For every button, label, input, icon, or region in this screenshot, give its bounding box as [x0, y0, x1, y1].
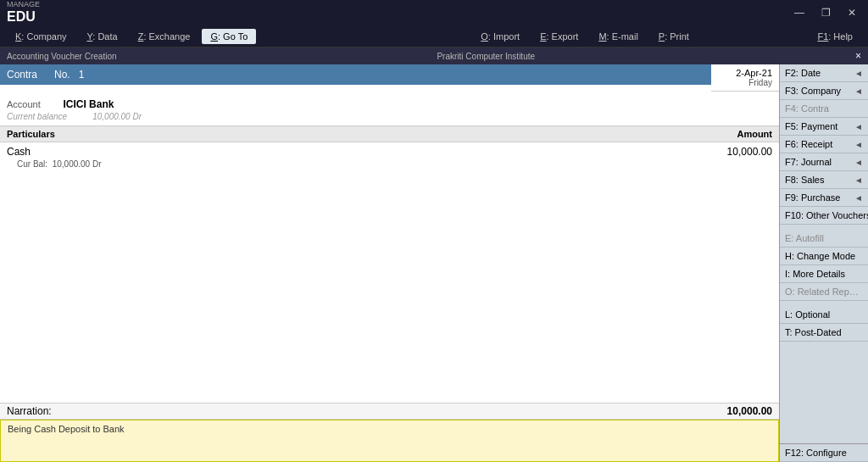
particulars-body: 10,000.00 Cash Cur Bal: 10,000.00 Dr	[0, 142, 779, 276]
menu-help[interactable]: F1: Help	[809, 29, 861, 44]
more-details-label: I: More Details	[785, 269, 845, 279]
balance-value: 10,000.00 Dr	[92, 112, 142, 121]
narration-text: Being Cash Deposit to Bank	[8, 424, 125, 434]
f10-other-label: F10: Other Vouchers	[785, 210, 868, 220]
close-button[interactable]: ✕	[843, 5, 861, 20]
more-details-button[interactable]: I: More Details	[780, 265, 868, 283]
optional-button[interactable]: L: Optional	[780, 306, 868, 324]
f8-sales-label: F8: Sales	[785, 175, 824, 185]
narration-section: Narration: 10,000.00 Being Cash Deposit …	[0, 403, 779, 462]
voucher-no-value[interactable]: 1	[79, 69, 85, 81]
menu-print[interactable]: P: Print	[650, 29, 698, 44]
narration-label: Narration:	[7, 405, 52, 417]
particular-cur-bal: Cur Bal: 10,000.00 Dr	[7, 159, 102, 169]
f7-journal-label: F7: Journal	[785, 157, 832, 167]
change-mode-button[interactable]: H: Change Mode	[780, 248, 868, 265]
menu-exchange[interactable]: Z: Exchange	[130, 29, 199, 44]
account-name[interactable]: ICICI Bank	[63, 98, 114, 110]
app-name: EDU	[7, 9, 40, 25]
company-name: Prakriti Computer Institute	[437, 52, 535, 61]
f5-payment-label: F5: Payment	[785, 121, 837, 131]
f7-journal-button[interactable]: F7: Journal ◄	[780, 153, 868, 171]
f3-company-label: F3: Company	[785, 86, 841, 96]
voucher-header-row: Contra No. 1 2-Apr-21 Friday	[0, 64, 779, 92]
optional-label: L: Optional	[785, 309, 830, 320]
change-mode-label: H: Change Mode	[785, 251, 855, 261]
balance-row: Current balance 10,000.00 Dr	[7, 110, 772, 122]
autofill-button: E: Autofill	[780, 230, 868, 248]
particular-name[interactable]: Cash	[7, 146, 31, 158]
menu-export[interactable]: E: Export	[531, 29, 587, 44]
voucher-no-label: No. 1	[54, 69, 84, 81]
menu-goto[interactable]: G: Go To	[202, 29, 256, 44]
f9-purchase-button[interactable]: F9: Purchase ◄	[780, 189, 868, 207]
voucher-type-row: Contra No. 1	[0, 64, 711, 85]
related-reports-button: O: Related Reports	[780, 283, 868, 301]
f4-contra-label: F4: Contra	[785, 103, 829, 114]
f3-company-arrow: ◄	[854, 86, 863, 96]
breadcrumb: Accounting Voucher Creation	[7, 52, 117, 61]
f10-other-button[interactable]: F10: Other Vouchers	[780, 207, 868, 225]
f8-sales-arrow: ◄	[854, 175, 863, 185]
f6-receipt-arrow: ◄	[854, 140, 863, 149]
restore-button[interactable]: ❐	[816, 5, 836, 20]
close-voucher-button[interactable]: ×	[855, 50, 861, 62]
particulars-header: Particulars Amount	[0, 126, 779, 142]
menu-email[interactable]: M: E-mail	[590, 29, 646, 44]
panel-spacer	[780, 342, 868, 443]
f5-payment-arrow: ◄	[854, 122, 863, 131]
f6-receipt-label: F6: Receipt	[785, 139, 832, 149]
post-dated-label: T: Post-Dated	[785, 327, 842, 337]
minimize-button[interactable]: —	[789, 5, 810, 20]
app-branding: MANAGE EDU	[7, 1, 40, 24]
menu-import[interactable]: O: Import	[472, 29, 528, 44]
narration-label-row: Narration: 10,000.00	[0, 404, 779, 420]
post-dated-button[interactable]: T: Post-Dated	[780, 324, 868, 342]
f2-date-label: F2: Date	[785, 68, 821, 78]
body-spacer	[0, 276, 779, 404]
particular-amount: 10,000.00	[727, 146, 772, 158]
related-reports-label: O: Related Reports	[785, 287, 865, 297]
title-bar: MANAGE EDU — ❐ ✕	[0, 0, 868, 25]
voucher-date-area: 2-Apr-21 Friday	[711, 64, 779, 92]
f9-purchase-label: F9: Purchase	[785, 192, 840, 203]
f9-purchase-arrow: ◄	[854, 193, 863, 203]
right-panel: F2: Date ◄ F3: Company ◄ F4: Contra F5: …	[779, 64, 868, 462]
narration-input[interactable]: Being Cash Deposit to Bank	[0, 420, 779, 462]
main-wrapper: Contra No. 1 2-Apr-21 Friday Account ICI…	[0, 64, 868, 462]
f3-company-button[interactable]: F3: Company ◄	[780, 82, 868, 100]
account-row: Account ICICI Bank	[7, 98, 772, 110]
menu-data[interactable]: Y: Data	[79, 29, 126, 44]
autofill-label: E: Autofill	[785, 233, 824, 243]
sub-header: Accounting Voucher Creation Prakriti Com…	[0, 47, 868, 64]
content-area: Contra No. 1 2-Apr-21 Friday Account ICI…	[0, 64, 779, 462]
menu-company[interactable]: K: Company	[7, 29, 75, 44]
account-info: Account ICICI Bank Current balance 10,00…	[0, 92, 779, 126]
f7-journal-arrow: ◄	[854, 158, 863, 167]
f2-date-button[interactable]: F2: Date ◄	[780, 64, 868, 82]
f4-contra-button: F4: Contra	[780, 100, 868, 118]
f12-configure-button[interactable]: F12: Configure	[780, 443, 868, 462]
narration-total: 10,000.00	[727, 405, 772, 417]
f2-date-arrow: ◄	[854, 69, 863, 78]
f6-receipt-button[interactable]: F6: Receipt ◄	[780, 136, 868, 153]
voucher-date[interactable]: 2-Apr-21	[736, 68, 772, 78]
window-controls: — ❐ ✕	[789, 5, 861, 20]
amount-label: Amount	[737, 129, 772, 139]
account-label: Account	[7, 99, 41, 109]
voucher-day: Friday	[748, 78, 772, 87]
f5-payment-button[interactable]: F5: Payment ◄	[780, 118, 868, 136]
menu-bar: K: Company Y: Data Z: Exchange G: Go To …	[0, 25, 868, 47]
particulars-label: Particulars	[7, 129, 55, 139]
manage-label: MANAGE	[7, 1, 40, 9]
f8-sales-button[interactable]: F8: Sales ◄	[780, 171, 868, 189]
particular-row: 10,000.00 Cash Cur Bal: 10,000.00 Dr	[7, 146, 772, 170]
f12-configure-label: F12: Configure	[785, 448, 847, 458]
balance-label: Current balance	[7, 112, 67, 121]
voucher-type: Contra	[7, 69, 37, 81]
